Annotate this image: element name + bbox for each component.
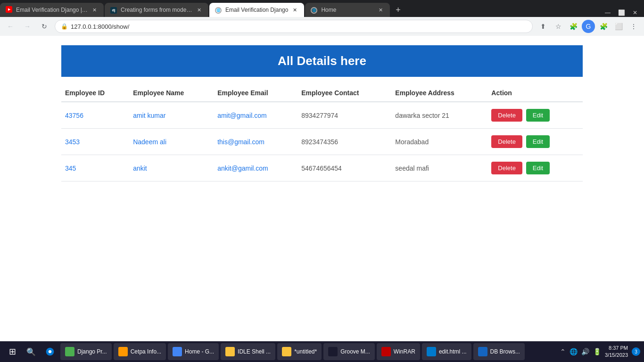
cell-address-2: seedal mafi [391, 155, 487, 181]
table-row: 43756 amit kumar amit@gmail.com 89342779… [61, 102, 583, 129]
lock-icon: 🔒 [61, 23, 68, 30]
tab-1[interactable]: Email Verification Django | Emai... ✕ [0, 3, 104, 17]
taskbar-item-6[interactable]: WinRAR [377, 343, 420, 360]
bookmark-icon[interactable]: ☆ [552, 20, 565, 33]
clock-date: 3/15/2023 [605, 352, 628, 359]
edit-button-0[interactable]: Edit [526, 109, 550, 122]
maximize-button[interactable]: ⬜ [615, 8, 628, 17]
tab-3[interactable]: 🌐 Email Verification Django ✕ [209, 3, 304, 17]
tab-1-favicon [6, 6, 13, 14]
table-row: 3453 Nadeem ali this@gmail.com 892347435… [61, 129, 583, 155]
notification-badge[interactable]: 3 [632, 347, 640, 356]
tab-2[interactable]: dj Creating forms from models | Dj... ✕ [105, 3, 208, 17]
cell-action-2: Delete Edit [487, 155, 583, 181]
menu-icon[interactable]: ⋮ [627, 20, 640, 33]
delete-button-0[interactable]: Delete [491, 109, 522, 122]
table-header: Employee ID Employee Name Employee Email… [61, 84, 583, 102]
window-controls: — ⬜ ✕ [602, 8, 644, 17]
tab-4-close[interactable]: ✕ [377, 6, 384, 14]
cell-email-0: amit@gmail.com [214, 102, 297, 129]
col-header-contact: Employee Contact [297, 84, 391, 102]
taskbar-item-8[interactable]: DB Brows... [473, 343, 525, 360]
new-tab-button[interactable]: + [391, 3, 405, 17]
taskbar-item-label-4: *untitled* [294, 348, 317, 355]
back-button[interactable]: ← [4, 20, 17, 33]
col-header-id: Employee ID [61, 84, 129, 102]
delete-button-1[interactable]: Delete [491, 135, 522, 148]
profile-icon[interactable]: G [582, 20, 595, 33]
taskbar-item-label-7: edit.html ... [439, 348, 467, 355]
minimize-button[interactable]: — [602, 8, 613, 17]
taskbar-item-0[interactable]: Django Pr... [60, 343, 112, 360]
browser-chrome: Email Verification Django | Emai... ✕ dj… [0, 0, 644, 36]
toolbar-icons: ⬆ ☆ 🧩 G 🧩 ⬜ ⋮ [537, 20, 640, 33]
page-title: All Details here [278, 54, 366, 68]
tab-1-label: Email Verification Django | Emai... [16, 7, 88, 13]
cell-id-2: 345 [61, 155, 129, 181]
battery-icon[interactable]: 🔋 [593, 348, 601, 355]
address-bar[interactable]: 🔒 127.0.0.1:8000/show/ [55, 20, 533, 33]
tab-4-favicon: 🌐 [311, 6, 318, 14]
edit-button-2[interactable]: Edit [526, 162, 550, 174]
cell-action-1: Delete Edit [487, 129, 583, 155]
taskbar-item-label-6: WinRAR [394, 348, 415, 355]
tab-4[interactable]: 🌐 Home ✕ [305, 3, 390, 17]
close-window-button[interactable]: ✕ [630, 8, 640, 17]
chevron-up-icon[interactable]: ⌃ [560, 348, 566, 355]
tab-3-close[interactable]: ✕ [291, 6, 298, 14]
table-body: 43756 amit kumar amit@gmail.com 89342779… [61, 102, 583, 181]
cell-contact-0: 8934277974 [297, 102, 391, 129]
cell-address-0: dawarka sector 21 [391, 102, 487, 129]
reader-mode-icon[interactable]: ⬜ [612, 20, 625, 33]
tab-4-label: Home [321, 7, 374, 13]
forward-button[interactable]: → [21, 20, 34, 33]
tab-3-favicon: 🌐 [215, 6, 223, 14]
cell-id-0: 43756 [61, 102, 129, 129]
volume-icon[interactable]: 🔊 [581, 348, 589, 355]
col-header-action: Action [487, 84, 583, 102]
taskbar-item-label-3: IDLE Shell ... [238, 348, 271, 355]
extensions-puzzle-icon[interactable]: 🧩 [597, 20, 610, 33]
address-bar-row: ← → ↻ 🔒 127.0.0.1:8000/show/ ⬆ ☆ 🧩 G 🧩 ⬜… [0, 17, 644, 36]
taskbar-items: Django Pr...Cetpa Info...Home - G...IDLE… [60, 343, 525, 360]
tab-1-close[interactable]: ✕ [91, 6, 98, 14]
taskbar-clock[interactable]: 8:37 PM 3/15/2023 [603, 345, 630, 359]
taskbar-item-5[interactable]: Groove M... [323, 343, 375, 360]
cell-name-1: Nadeem ali [129, 129, 214, 155]
col-header-name: Employee Name [129, 84, 214, 102]
taskbar-item-label-0: Django Pr... [77, 348, 107, 355]
share-icon[interactable]: ⬆ [537, 20, 550, 33]
address-text: 127.0.0.1:8000/show/ [71, 23, 527, 30]
system-icons: ⌃ 🌐 🔊 🔋 [560, 348, 601, 355]
network-icon[interactable]: 🌐 [570, 348, 578, 355]
cell-email-2: ankit@gamil.com [214, 155, 297, 181]
taskbar-item-3[interactable]: IDLE Shell ... [221, 343, 275, 360]
edge-button[interactable] [41, 343, 58, 360]
taskbar-item-2[interactable]: Home - G... [168, 343, 219, 360]
cell-name-2: ankit [129, 155, 214, 181]
tab-2-favicon: dj [110, 6, 118, 14]
delete-button-2[interactable]: Delete [491, 162, 522, 174]
taskbar: ⊞ 🔍 Django Pr...Cetpa Info...Home - G...… [0, 341, 644, 362]
table-row: 345 ankit ankit@gamil.com 54674656454 se… [61, 155, 583, 181]
tab-bar: Email Verification Django | Emai... ✕ dj… [0, 0, 644, 17]
start-button[interactable]: ⊞ [4, 343, 21, 360]
edit-button-1[interactable]: Edit [526, 135, 550, 148]
taskbar-item-label-5: Groove M... [340, 348, 370, 355]
extensions-icon[interactable]: 🧩 [567, 20, 580, 33]
page-header: All Details here [61, 45, 583, 77]
tab-2-close[interactable]: ✕ [195, 6, 203, 14]
cell-action-0: Delete Edit [487, 102, 583, 129]
search-button[interactable]: 🔍 [23, 343, 40, 360]
taskbar-item-label-2: Home - G... [185, 348, 214, 355]
col-header-address: Employee Address [391, 84, 487, 102]
taskbar-item-7[interactable]: edit.html ... [422, 343, 471, 360]
page-content: All Details here Employee ID Employee Na… [0, 36, 644, 341]
refresh-button[interactable]: ↻ [38, 20, 51, 33]
tab-2-label: Creating forms from models | Dj... [121, 7, 192, 13]
clock-time: 8:37 PM [605, 345, 628, 352]
taskbar-item-4[interactable]: *untitled* [277, 343, 322, 360]
employee-table: Employee ID Employee Name Employee Email… [61, 84, 583, 181]
cell-contact-1: 8923474356 [297, 129, 391, 155]
taskbar-item-1[interactable]: Cetpa Info... [114, 343, 166, 360]
